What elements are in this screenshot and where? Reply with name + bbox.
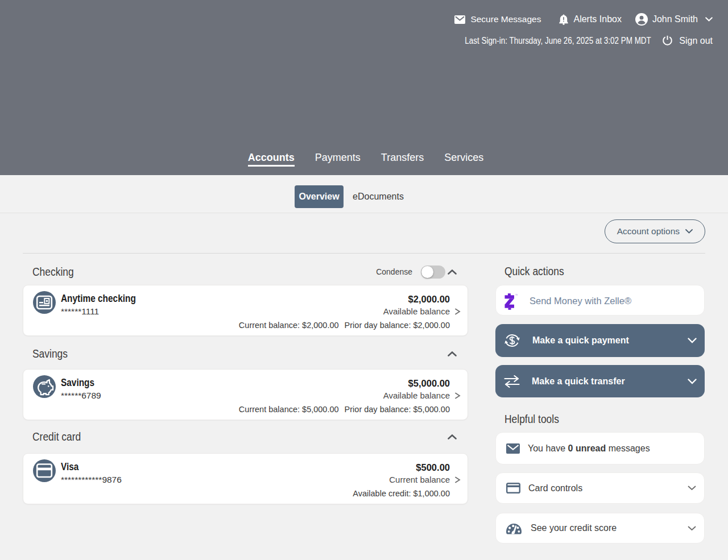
svg-text:TM: TM bbox=[515, 293, 518, 296]
